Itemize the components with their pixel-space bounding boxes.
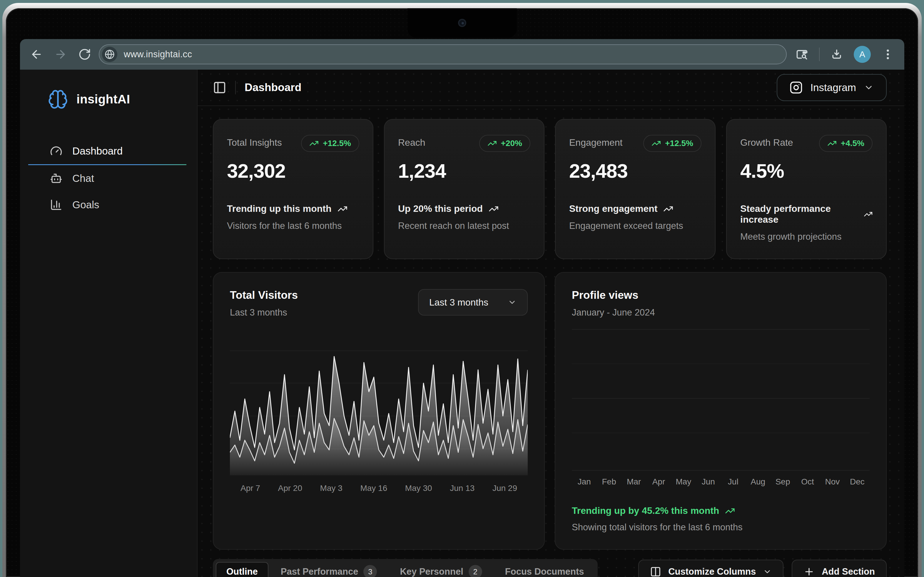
stat-footnote: Up 20% this period [398, 203, 483, 214]
x-tick-label: Dec [845, 477, 870, 487]
trend-badge: +12.5% [301, 135, 359, 152]
tab-label: Key Personnel [400, 566, 463, 577]
browser-nav-controls [30, 48, 91, 61]
x-tick-label: Jun 13 [450, 484, 475, 493]
x-tick-label: May 30 [405, 484, 432, 493]
x-tick-label: Aug [746, 477, 770, 487]
stat-description: Engagement exceed targets [569, 221, 701, 231]
sidebar: insightAI Dashboard Chat Goals [20, 69, 197, 577]
profile-avatar[interactable]: A [854, 46, 871, 63]
page-title: Dashboard [245, 81, 301, 94]
tab-label: Outline [226, 566, 258, 577]
platform-label: Instagram [810, 82, 856, 93]
stat-description: Recent reach on latest post [398, 221, 530, 231]
trending-up-icon [864, 209, 872, 219]
charts-row: Total Visitors Last 3 months Last 3 mont… [213, 272, 887, 550]
stat-description: Visitors for the last 6 months [227, 221, 359, 231]
browser-window: www.insightai.cc A [20, 39, 904, 577]
reload-icon[interactable] [78, 48, 91, 61]
trending-up-icon [309, 139, 319, 148]
laptop-notch [407, 8, 517, 38]
chevron-down-icon [508, 298, 517, 307]
trend-badge: +4.5% [819, 135, 872, 152]
gauge-icon [50, 145, 62, 157]
x-tick-label: Apr 7 [241, 484, 260, 493]
x-tick-label: May 16 [360, 484, 387, 493]
header-divider [235, 81, 236, 94]
tab-outline[interactable]: Outline [216, 562, 268, 577]
tab-label: Focus Documents [505, 566, 584, 577]
x-tick-label: Nov [820, 477, 845, 487]
range-select[interactable]: Last 3 months [418, 289, 528, 316]
trending-up-icon [827, 139, 837, 148]
stat-card-total-insights: Total Insights +12.5% 32,302 Trending up… [213, 119, 373, 259]
browser-toolbar-right: A [796, 46, 894, 63]
total-visitors-card: Total Visitors Last 3 months Last 3 mont… [213, 272, 545, 550]
bottom-row: Outline Past Performance 3 Key Personnel… [213, 559, 887, 577]
x-tick-label: Jan [572, 477, 596, 487]
stat-card-engagement: Engagement +12.5% 23,483 Strong engageme… [555, 119, 716, 259]
tab-search-icon[interactable] [796, 48, 808, 61]
forward-icon[interactable] [54, 48, 67, 61]
sidebar-item-dashboard[interactable]: Dashboard [20, 138, 197, 164]
main-header: Dashboard Instagram [197, 69, 904, 106]
stat-value: 32,302 [227, 160, 359, 182]
badge-value: +12.5% [323, 139, 351, 148]
webcam-icon [458, 19, 466, 27]
profile-views-card: Profile views January - June 2024 JanFeb… [555, 272, 887, 550]
brain-logo-icon [48, 89, 68, 110]
trend-badge: +20% [479, 135, 530, 152]
tab-focus-documents[interactable]: Focus Documents [494, 562, 595, 577]
kebab-menu-icon[interactable] [881, 48, 894, 61]
sidebar-toggle-icon[interactable] [213, 81, 226, 94]
badge-value: +20% [501, 139, 522, 148]
tab-count-badge: 2 [468, 565, 482, 577]
download-icon[interactable] [830, 48, 843, 61]
range-select-value: Last 3 months [429, 297, 488, 308]
trending-up-icon [725, 506, 735, 516]
trending-up-icon [488, 139, 497, 148]
x-tick-label: Oct [795, 477, 820, 487]
trending-up-icon [338, 204, 347, 214]
sidebar-item-label: Dashboard [72, 145, 123, 157]
tab-label: Past Performance [281, 566, 359, 577]
columns-icon [650, 566, 661, 577]
x-tick-label: May 3 [320, 484, 342, 493]
chart-title: Profile views [572, 289, 655, 301]
sidebar-item-goals[interactable]: Goals [20, 192, 197, 218]
stat-footnote: Trending up this month [227, 203, 332, 214]
chevron-down-icon [864, 82, 874, 93]
instagram-icon [790, 81, 803, 94]
brand-logo-row: insightAI [20, 89, 197, 110]
chart-footnote: Trending up by 45.2% this month [572, 505, 719, 516]
plus-icon [803, 566, 815, 577]
profile-x-axis: JanFebMarAprMayJunJulAugSepOctNovDec [572, 477, 870, 487]
tab-past-performance[interactable]: Past Performance 3 [270, 562, 388, 577]
chart-description: Showing total visitors for the last 6 mo… [572, 522, 870, 533]
stats-row: Total Insights +12.5% 32,302 Trending up… [213, 119, 887, 259]
x-tick-label: Jun 29 [493, 484, 517, 493]
badge-value: +4.5% [841, 139, 864, 148]
sidebar-item-label: Chat [72, 172, 94, 184]
add-section-label: Add Section [822, 566, 875, 577]
stat-value: 23,483 [569, 160, 701, 182]
chart-subtitle: January - June 2024 [572, 307, 655, 318]
tab-count-badge: 3 [363, 565, 377, 577]
brand-name: insightAI [76, 92, 130, 106]
customize-columns-button[interactable]: Customize Columns [638, 560, 783, 577]
stat-footnote: Strong engagement [569, 203, 657, 214]
add-section-button[interactable]: Add Section [792, 560, 887, 577]
platform-selector[interactable]: Instagram [777, 74, 887, 101]
x-tick-label: Sep [770, 477, 795, 487]
x-tick-label: Jul [721, 477, 746, 487]
bar-chart-icon [50, 198, 62, 211]
x-tick-label: Mar [622, 477, 646, 487]
back-icon[interactable] [30, 48, 43, 61]
trending-up-icon [651, 139, 661, 148]
sidebar-item-chat[interactable]: Chat [20, 165, 197, 192]
tab-key-personnel[interactable]: Key Personnel 2 [389, 562, 493, 577]
visitors-x-axis: Apr 7Apr 20May 3May 16May 30Jun 13Jun 29 [230, 484, 528, 493]
stat-card-reach: Reach +20% 1,234 Up 20% this period Rece… [384, 119, 544, 259]
chevron-down-icon [763, 567, 772, 576]
url-bar[interactable]: www.insightai.cc [99, 44, 787, 64]
